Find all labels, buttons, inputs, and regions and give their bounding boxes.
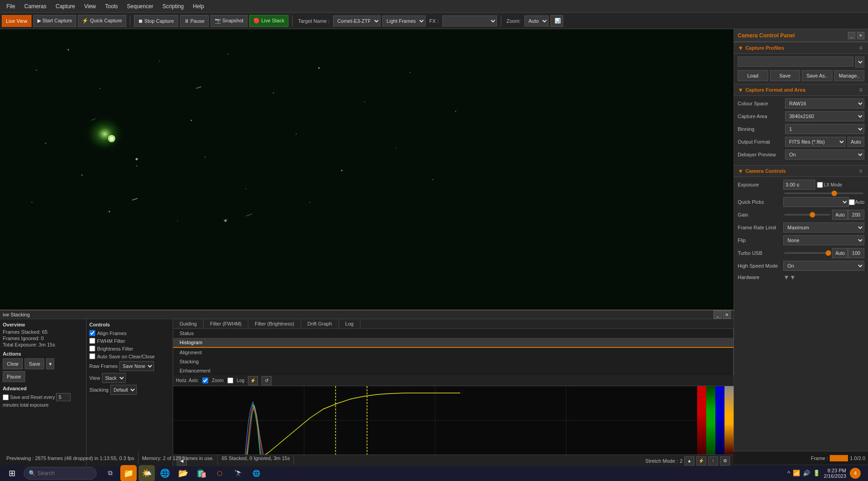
log-checkbox[interactable] bbox=[227, 378, 233, 383]
clear-button[interactable]: Clear bbox=[3, 358, 23, 369]
tab-stacking[interactable]: Stacking bbox=[173, 357, 734, 366]
manage-button[interactable]: Manage.. bbox=[834, 70, 865, 81]
tab-filter-fwhm[interactable]: Filter (FWHM) bbox=[204, 319, 248, 328]
arrow-up-button[interactable]: ↑ bbox=[708, 456, 718, 465]
menu-view[interactable]: View bbox=[80, 2, 101, 10]
output-format-select[interactable]: FITS files (*.fits) bbox=[785, 137, 846, 147]
stacking-select[interactable]: Default bbox=[110, 385, 137, 395]
reset-button[interactable]: ↺ bbox=[262, 376, 272, 385]
frame-rate-select[interactable]: Maximum bbox=[783, 222, 864, 233]
frame-type-select[interactable]: Light Frames bbox=[382, 16, 426, 26]
auto-output-btn[interactable]: Auto bbox=[847, 137, 864, 147]
target-name-select[interactable]: Comet-E3-ZTF bbox=[333, 16, 380, 26]
taskbar-search[interactable]: 🔍 bbox=[24, 467, 97, 480]
menu-help[interactable]: Help bbox=[188, 2, 209, 10]
battery-icon[interactable]: 🔋 bbox=[813, 470, 820, 476]
quick-picks-auto-checkbox[interactable] bbox=[849, 199, 855, 205]
live-view[interactable] bbox=[0, 29, 734, 310]
lightning-icon-button[interactable]: ⚡ bbox=[696, 456, 706, 465]
menu-capture[interactable]: Capture bbox=[51, 2, 80, 10]
save-as-button[interactable]: Save As.. bbox=[802, 70, 832, 81]
fwhm-filter-checkbox[interactable] bbox=[89, 338, 95, 344]
folder-button[interactable]: 📂 bbox=[175, 465, 191, 481]
pause-stack-button[interactable]: Pause bbox=[3, 371, 25, 382]
exposure-slider-thumb[interactable] bbox=[832, 191, 837, 196]
fx-select[interactable] bbox=[442, 16, 497, 26]
exposure-input[interactable] bbox=[783, 180, 815, 190]
save-profile-button[interactable]: Save bbox=[770, 70, 801, 81]
tab-histogram[interactable]: Histogram bbox=[173, 338, 734, 348]
colour-space-select[interactable]: RAW16 bbox=[785, 98, 864, 109]
tab-drift-graph[interactable]: Drift Graph bbox=[301, 319, 339, 328]
live-view-button[interactable]: Live View bbox=[2, 15, 31, 27]
turbo-auto-button[interactable]: Auto bbox=[832, 248, 848, 258]
turbo-slider-thumb[interactable] bbox=[826, 250, 831, 256]
camera-controls-menu-btn[interactable]: ≡ bbox=[857, 167, 864, 175]
gain-slider-thumb[interactable] bbox=[810, 212, 815, 217]
quick-picks-select[interactable] bbox=[783, 197, 849, 207]
gain-auto-button[interactable]: Auto bbox=[832, 210, 848, 220]
quick-capture-button[interactable]: ⚡ Quick Capture bbox=[78, 15, 126, 27]
capture-profiles-menu-btn[interactable]: ≡ bbox=[857, 44, 864, 52]
menu-tools[interactable]: Tools bbox=[101, 2, 123, 10]
app3-button[interactable]: 🌐 bbox=[248, 465, 264, 481]
view-select[interactable]: Stack bbox=[102, 373, 126, 383]
panel-close-btn[interactable]: ✕ bbox=[857, 32, 864, 39]
pause-button[interactable]: ⏸ Pause bbox=[180, 15, 209, 27]
lightning-button[interactable]: ⚡ bbox=[248, 376, 258, 385]
load-profile-button[interactable]: Load bbox=[738, 70, 768, 81]
clock-widget[interactable]: 🌤️ bbox=[139, 465, 155, 481]
exposure-slider-track[interactable] bbox=[784, 192, 863, 194]
menu-cameras[interactable]: Cameras bbox=[20, 2, 51, 10]
save-stack-button[interactable]: Save bbox=[25, 358, 44, 369]
capture-format-menu-btn[interactable]: ≡ bbox=[857, 86, 864, 93]
taskbar-search-input[interactable] bbox=[37, 470, 87, 476]
tab-enhancement[interactable]: Enhancement bbox=[173, 366, 734, 375]
stretch-up-button[interactable]: ▲ bbox=[684, 456, 694, 465]
settings-button[interactable]: ⚙ bbox=[720, 456, 730, 465]
high-speed-select[interactable]: On bbox=[783, 261, 864, 271]
auto-save-checkbox[interactable] bbox=[89, 353, 95, 359]
align-frames-checkbox[interactable] bbox=[89, 330, 95, 336]
task-view-button[interactable]: ⧉ bbox=[102, 465, 118, 481]
raw-frames-select[interactable]: Save None bbox=[119, 361, 154, 371]
histogram-icon-button[interactable]: 📊 bbox=[550, 15, 563, 27]
zoom-select[interactable]: Auto bbox=[524, 16, 549, 26]
profile-name-input[interactable] bbox=[738, 57, 853, 67]
tab-filter-brightness[interactable]: Filter (Brightness) bbox=[248, 319, 301, 328]
save-dropdown-button[interactable]: ▼ bbox=[46, 358, 54, 369]
tab-log[interactable]: Log bbox=[339, 319, 360, 328]
tab-guiding[interactable]: Guiding bbox=[173, 319, 204, 328]
file-explorer-button[interactable]: 📁 bbox=[120, 465, 137, 481]
profile-dropdown[interactable]: ▼ bbox=[855, 57, 864, 67]
app1-button[interactable]: ⬡ bbox=[211, 465, 228, 481]
stop-capture-button[interactable]: ⏹ Stop Capture bbox=[134, 15, 178, 27]
menu-scripting[interactable]: Scripting bbox=[158, 2, 189, 10]
chevron-up-icon[interactable]: ^ bbox=[787, 470, 790, 476]
zoom-checkbox[interactable] bbox=[202, 378, 208, 383]
turbo-slider-track[interactable] bbox=[784, 252, 830, 254]
save-reset-checkbox[interactable] bbox=[3, 394, 9, 400]
lx-mode-checkbox[interactable] bbox=[817, 182, 823, 188]
snapshot-button[interactable]: 📷 Snapshot bbox=[211, 15, 248, 27]
store-button[interactable]: 🛍️ bbox=[193, 465, 210, 481]
start-button[interactable]: ⊞ bbox=[4, 465, 20, 481]
notification-badge[interactable]: 4 bbox=[850, 468, 861, 479]
wifi-icon[interactable]: 📶 bbox=[793, 470, 800, 476]
live-stack-button[interactable]: 🔴 Live Stack bbox=[249, 15, 288, 27]
menu-file[interactable]: File bbox=[2, 2, 20, 10]
app2-button[interactable]: 🔭 bbox=[230, 465, 246, 481]
minutes-input[interactable] bbox=[56, 393, 71, 401]
tab-status[interactable]: Status bbox=[173, 329, 734, 338]
debayer-preview-select[interactable]: On bbox=[785, 150, 864, 160]
start-capture-button[interactable]: ▶ Start Capture bbox=[33, 15, 76, 27]
tab-alignment[interactable]: Alignment bbox=[173, 348, 734, 357]
binning-select[interactable]: 1 bbox=[785, 124, 864, 134]
volume-icon[interactable]: 🔊 bbox=[803, 470, 810, 476]
stacking-minimize-button[interactable]: _ bbox=[714, 310, 722, 319]
panel-minimize-btn[interactable]: _ bbox=[848, 32, 855, 39]
brightness-filter-checkbox[interactable] bbox=[89, 346, 95, 352]
stacking-close-button[interactable]: ✕ bbox=[723, 310, 731, 319]
menu-sequencer[interactable]: Sequencer bbox=[123, 2, 158, 10]
edge-button[interactable]: 🌐 bbox=[157, 465, 173, 481]
